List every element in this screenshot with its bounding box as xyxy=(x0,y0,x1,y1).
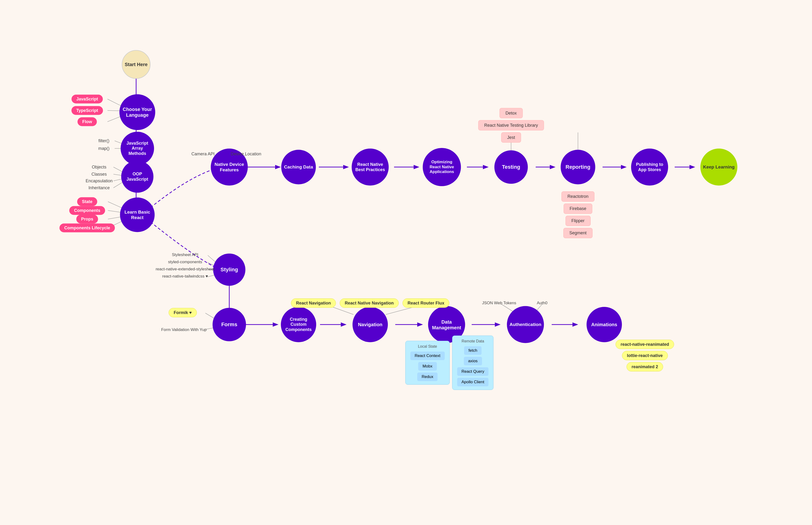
animations-libs-group: react-native-reanimated lottie-react-nat… xyxy=(615,340,674,372)
styled-components-label: styled-components xyxy=(168,260,202,265)
auth0-label: Auth0 xyxy=(537,301,547,305)
mobx-item: Mobx xyxy=(418,362,437,371)
detox-tag: Detox xyxy=(499,108,523,118)
typescript-tag: TypeScript xyxy=(71,106,103,115)
js-array-methods-node: JavaScript Array Methods xyxy=(121,132,154,165)
keep-learning-node: Keep Learning xyxy=(700,149,738,186)
roadmap-canvas: Start Here Choose Your Language JavaScri… xyxy=(0,0,812,525)
map-label: map() xyxy=(98,146,110,151)
flow-tag: Flow xyxy=(77,117,97,126)
react-navigation-tag: React Navigation xyxy=(291,299,336,308)
caching-data-node: Caching Data xyxy=(281,150,316,184)
reactotron-tag: Reactotron xyxy=(562,191,594,202)
axios-item: axios xyxy=(464,357,482,365)
jest-tag: Jest xyxy=(501,132,521,143)
jwt-label: JSON Web Tokens xyxy=(482,301,516,305)
optimizing-node: Optimizing React Native Applications xyxy=(423,148,461,186)
react-native-extended-label: react-native-extended-stylesheet xyxy=(156,267,215,272)
reporting-node: Reporting xyxy=(561,150,595,184)
filter-label: filter() xyxy=(98,138,110,144)
segment-tag: Segment xyxy=(563,228,593,238)
state-tag: State xyxy=(77,197,97,206)
components-lifecycle-tag: Components Lifecycle xyxy=(59,224,115,232)
camera-api-label: Camera API xyxy=(191,151,215,156)
learn-basic-react-node: Learn Basic React xyxy=(120,198,155,232)
stylesheet-api-label: Stylesheet API xyxy=(172,253,199,257)
forms-node: Forms xyxy=(213,308,246,341)
oop-javascript-node: OOP JavaScript xyxy=(121,161,154,193)
form-validation-label: Form Validation With Yup xyxy=(161,327,207,332)
encapsulation-label: Encapsulation xyxy=(86,179,113,183)
choose-language-node: Choose Your Language xyxy=(119,94,155,130)
lottie-react-native-tag: lottie-react-native xyxy=(622,351,668,360)
device-location-label: Device Location xyxy=(231,151,261,156)
apollo-client-item: Apollo Client xyxy=(457,378,489,386)
react-query-item: React Query xyxy=(457,367,489,376)
react-native-testing-library-tag: React Native Testing Library xyxy=(478,120,544,131)
objects-label: Objects xyxy=(92,165,106,170)
react-native-navigation-tag: React Native Navigation xyxy=(339,299,398,308)
formik-tag: Formik ♥ xyxy=(169,308,197,317)
remote-data-group: Remote Data fetch axios React Query Apol… xyxy=(452,335,493,390)
classes-label: Classes xyxy=(91,172,107,177)
react-native-reanimated-tag: react-native-reanimated xyxy=(615,340,674,349)
components-tag: Components xyxy=(69,206,105,215)
testing-tools-group: Detox React Native Testing Library Jest xyxy=(478,108,544,143)
testing-node: Testing xyxy=(494,150,528,184)
react-native-tailwind-label: react-native-tailwindcss ♥ xyxy=(162,274,208,279)
flipper-tag: Flipper xyxy=(565,216,590,226)
firebase-tag: Firebase xyxy=(564,204,592,214)
navigation-libs-group: React Navigation React Native Navigation… xyxy=(291,299,449,308)
react-router-flux-tag: React Router Flux xyxy=(403,299,449,308)
javascript-tag: JavaScript xyxy=(71,95,103,104)
react-native-best-practices-node: React Native Best Practices xyxy=(352,149,389,186)
reanimated2-tag: reanimated 2 xyxy=(626,362,663,372)
reporting-tools-group: Reactotron Firebase Flipper Segment xyxy=(562,191,594,238)
authentication-node: Authentication xyxy=(507,306,544,343)
fetch-item: fetch xyxy=(464,346,482,355)
start-node: Start Here xyxy=(122,50,150,79)
publishing-node: Publishing to App Stores xyxy=(631,149,668,186)
styling-node: Styling xyxy=(213,254,246,286)
react-context-item: React Context xyxy=(410,351,445,360)
animations-node: Animations xyxy=(586,307,622,342)
connections-svg xyxy=(0,0,812,525)
creating-custom-node: Creating Custom Components xyxy=(281,307,316,342)
redux-item: Redux xyxy=(417,373,437,381)
inheritance-label: Inheritance xyxy=(88,185,110,191)
local-state-group: Local State React Context Mobx Redux xyxy=(405,341,450,385)
props-tag: Props xyxy=(76,215,98,224)
navigation-node: Navigation xyxy=(352,307,388,342)
